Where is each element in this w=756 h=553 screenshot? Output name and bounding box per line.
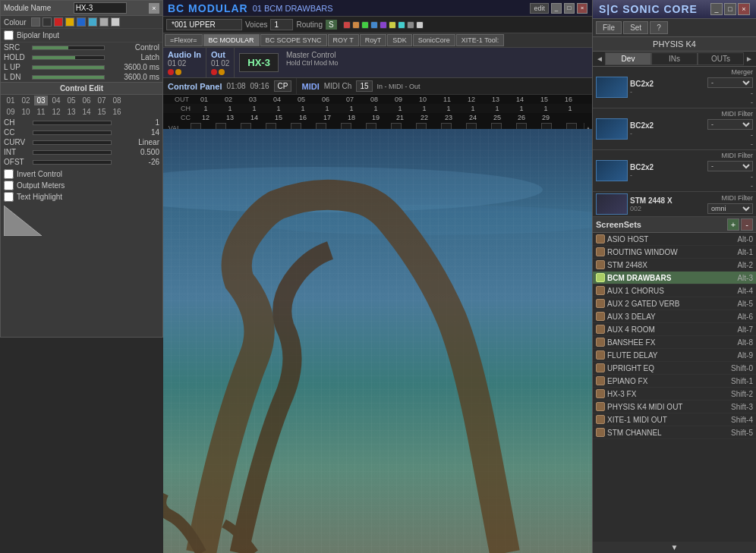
ss-add-button[interactable]: + bbox=[727, 218, 739, 231]
ofst-slider[interactable] bbox=[33, 160, 112, 165]
src-slider[interactable] bbox=[32, 46, 105, 50]
color-swatch-3[interactable] bbox=[54, 17, 63, 27]
num-11[interactable]: 11 bbox=[34, 107, 48, 117]
help-button[interactable]: ? bbox=[650, 21, 668, 34]
midi-ch-value[interactable]: 15 bbox=[356, 80, 372, 92]
cc-slider[interactable] bbox=[33, 130, 112, 135]
color-swatch-2[interactable] bbox=[43, 17, 52, 27]
led-red-1[interactable] bbox=[343, 21, 351, 29]
file-button[interactable]: File bbox=[596, 21, 622, 34]
ss-epiano-fx[interactable]: EPIANO FX Shift-1 bbox=[593, 375, 756, 388]
ss-bcm-drawbars[interactable]: BCM DRAWBARS Alt-3 bbox=[593, 272, 756, 284]
ss-stm-channel[interactable]: STM CHANNEL Shift-5 bbox=[593, 426, 756, 439]
num-04[interactable]: 04 bbox=[49, 96, 63, 105]
routing-s[interactable]: S bbox=[326, 20, 337, 30]
inst-midifilter-3: MIDI Filter bbox=[722, 152, 754, 159]
output-meters-checkbox[interactable] bbox=[4, 181, 14, 190]
win-close[interactable]: × bbox=[577, 3, 587, 14]
preset-display[interactable]: *001 UPPER bbox=[166, 19, 242, 30]
ss-del-button[interactable]: - bbox=[741, 218, 753, 231]
ss-banshee-fx[interactable]: BANSHEE FX Alt-8 bbox=[593, 336, 756, 349]
inst-select-3[interactable]: - bbox=[707, 161, 753, 171]
led-green[interactable] bbox=[361, 21, 369, 29]
int-slider[interactable] bbox=[33, 150, 112, 155]
num-03[interactable]: 03 bbox=[34, 96, 48, 105]
ss-upright-eq[interactable]: UPRIGHT EQ Shift-0 bbox=[593, 362, 756, 375]
inst-select-2[interactable]: - bbox=[707, 119, 753, 130]
ch-slider[interactable] bbox=[33, 121, 112, 125]
edit-button[interactable]: edit bbox=[530, 3, 549, 14]
ss-hx3-fx[interactable]: HX-3 FX Shift-2 bbox=[593, 388, 756, 401]
num-10[interactable]: 10 bbox=[19, 107, 33, 117]
ss-flute-delay[interactable]: FLUTE DELAY Alt-9 bbox=[593, 349, 756, 362]
set-button[interactable]: Set bbox=[623, 21, 648, 34]
led-cyan[interactable] bbox=[398, 21, 405, 29]
ss-aux2-gated[interactable]: AUX 2 GATED VERB Alt-5 bbox=[593, 297, 756, 310]
nav-royt[interactable]: RoyT bbox=[360, 34, 387, 46]
right-scroll-arrow[interactable]: ► bbox=[744, 52, 754, 65]
num-02[interactable]: 02 bbox=[19, 96, 33, 105]
num-12[interactable]: 12 bbox=[49, 107, 63, 117]
curv-slider[interactable] bbox=[33, 140, 112, 145]
led-yellow[interactable] bbox=[389, 21, 396, 29]
nav-sdk[interactable]: SDK bbox=[387, 34, 412, 46]
led-purple[interactable] bbox=[380, 21, 387, 29]
inst-select-4[interactable]: omni bbox=[707, 203, 753, 214]
color-swatch-5[interactable] bbox=[77, 17, 86, 27]
hold-slider[interactable] bbox=[32, 55, 105, 60]
ins-tab[interactable]: INs bbox=[651, 52, 698, 65]
num-06[interactable]: 06 bbox=[80, 96, 93, 105]
num-01[interactable]: 01 bbox=[4, 96, 17, 105]
invert-control-checkbox[interactable] bbox=[4, 169, 14, 179]
win-maximize[interactable]: □ bbox=[564, 3, 575, 14]
nav-bc-scope-sync[interactable]: BC SCOPE SYNC bbox=[260, 34, 327, 46]
nav-bc-modular[interactable]: BC MODULAR bbox=[203, 34, 260, 46]
nav-xite[interactable]: XITE-1 Tool: bbox=[456, 34, 504, 46]
nav-roy-t[interactable]: ROY T bbox=[328, 34, 359, 46]
num-07[interactable]: 07 bbox=[95, 96, 109, 105]
nav-flexor[interactable]: =Flexor= bbox=[165, 34, 203, 46]
close-button[interactable]: × bbox=[149, 3, 159, 14]
nav-soniccore[interactable]: SonicCore bbox=[413, 34, 455, 46]
led-orange[interactable] bbox=[352, 21, 360, 29]
sc-minimize[interactable]: _ bbox=[710, 3, 723, 15]
bottom-scroll-button[interactable]: ▼ bbox=[593, 542, 756, 553]
ss-asio-host[interactable]: ASIO HOST Alt-0 bbox=[593, 233, 756, 246]
bipolar-input-checkbox[interactable] bbox=[4, 30, 14, 40]
num-09[interactable]: 09 bbox=[4, 107, 17, 117]
ss-routing-window[interactable]: ROUTING WINDOW Alt-1 bbox=[593, 246, 756, 259]
ss-stm-2448x[interactable]: STM 2448X Alt-2 bbox=[593, 259, 756, 272]
num-16[interactable]: 16 bbox=[110, 107, 124, 117]
text-highlight-checkbox[interactable] bbox=[4, 192, 14, 202]
left-scroll-arrow[interactable]: ◄ bbox=[594, 52, 605, 65]
lup-slider[interactable] bbox=[32, 65, 105, 70]
ss-physis-midi-out[interactable]: PHYSIS K4 MIDI OUT Shift-3 bbox=[593, 401, 756, 413]
led-m[interactable] bbox=[416, 21, 424, 29]
cp-label[interactable]: CP bbox=[274, 80, 292, 92]
sc-close[interactable]: × bbox=[738, 3, 750, 15]
color-swatch-4[interactable] bbox=[65, 17, 74, 27]
ldn-slider[interactable] bbox=[32, 75, 105, 80]
color-swatch-1[interactable] bbox=[31, 17, 40, 27]
color-swatch-7[interactable] bbox=[99, 17, 109, 27]
win-minimize[interactable]: _ bbox=[551, 3, 562, 14]
led-gray[interactable] bbox=[407, 21, 414, 29]
num-08[interactable]: 08 bbox=[110, 96, 124, 105]
ss-aux4-room[interactable]: AUX 4 ROOM Alt-7 bbox=[593, 323, 756, 336]
ss-xite-midi-out[interactable]: XITE-1 MIDI OUT Shift-4 bbox=[593, 413, 756, 426]
ss-aux3-delay[interactable]: AUX 3 DELAY Alt-6 bbox=[593, 310, 756, 323]
color-swatch-6[interactable] bbox=[88, 17, 97, 27]
num-14[interactable]: 14 bbox=[80, 107, 93, 117]
color-swatch-8[interactable] bbox=[111, 17, 120, 27]
voices-value[interactable]: 1 bbox=[270, 19, 293, 30]
num-05[interactable]: 05 bbox=[65, 96, 78, 105]
dev-tab[interactable]: Dev bbox=[605, 52, 651, 65]
module-id-input[interactable] bbox=[74, 2, 127, 14]
num-13[interactable]: 13 bbox=[65, 107, 78, 117]
num-15[interactable]: 15 bbox=[95, 107, 109, 117]
inst-select-1[interactable]: - bbox=[707, 77, 753, 88]
ss-aux1-chorus[interactable]: AUX 1 CHORUS Alt-4 bbox=[593, 284, 756, 297]
outs-tab[interactable]: OUTs bbox=[698, 52, 744, 65]
led-blue[interactable] bbox=[370, 21, 378, 29]
sc-maximize[interactable]: □ bbox=[724, 3, 736, 15]
